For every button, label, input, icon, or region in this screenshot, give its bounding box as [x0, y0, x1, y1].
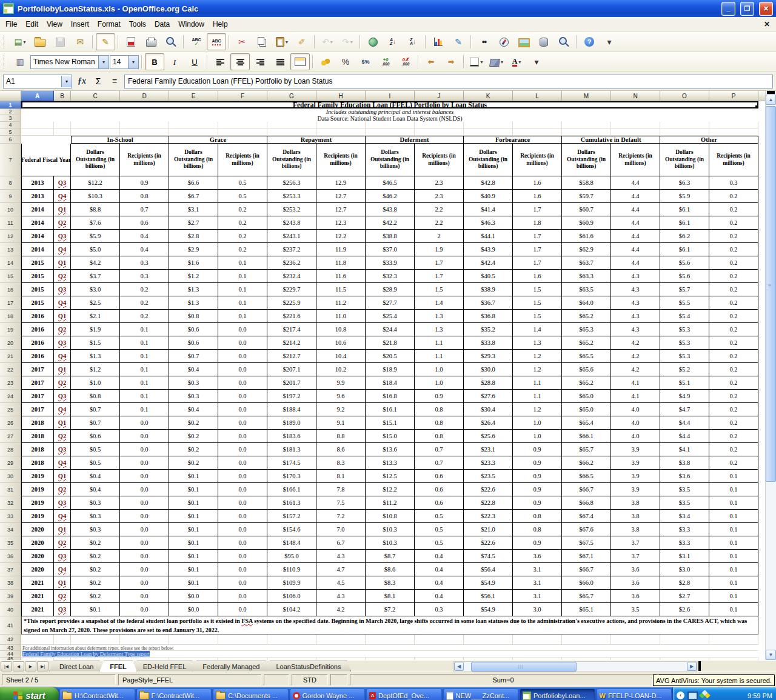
data-cell[interactable]: 0.2	[709, 230, 758, 243]
data-cell[interactable]: 12.2	[316, 230, 366, 243]
data-cell[interactable]: $0.2	[169, 456, 218, 470]
empty-cell[interactable]	[415, 128, 464, 136]
quarter-cell[interactable]: Q2	[54, 323, 71, 336]
data-cell[interactable]: 1.7	[415, 256, 464, 270]
data-cell[interactable]: $170.3	[267, 470, 316, 483]
data-cell[interactable]: 4.0	[611, 430, 660, 443]
data-cell[interactable]: $2.9	[169, 243, 218, 256]
data-cell[interactable]: 0.1	[709, 510, 758, 523]
data-cell[interactable]: $6.2	[660, 230, 709, 243]
year-cell[interactable]: 2014	[21, 243, 54, 256]
row-header-20[interactable]: 20	[0, 336, 21, 350]
data-cell[interactable]: 11.9	[316, 243, 366, 256]
data-cell[interactable]: $60.9	[562, 216, 611, 230]
data-cell[interactable]: 1.0	[513, 430, 562, 443]
data-cell[interactable]: $0.8	[169, 310, 218, 323]
row-header-25[interactable]: 25	[0, 403, 21, 416]
data-cell[interactable]: 3.7	[611, 550, 660, 563]
column-header-M[interactable]: M	[562, 91, 611, 101]
year-cell[interactable]: 2018	[21, 456, 54, 470]
data-cell[interactable]: $106.0	[267, 590, 316, 603]
data-cell[interactable]: $21.8	[366, 336, 415, 350]
align-left-button[interactable]	[210, 53, 230, 70]
data-cell[interactable]: $27.6	[464, 390, 513, 403]
data-cell[interactable]: 12.3	[316, 216, 366, 230]
data-cell[interactable]: $3.4	[660, 510, 709, 523]
data-cell[interactable]: $65.2	[562, 310, 611, 323]
formula-input[interactable]: Federal Family Education Loan (FFEL) Por…	[124, 75, 773, 88]
empty-cell[interactable]	[366, 122, 415, 128]
data-cell[interactable]: 0.9	[513, 536, 562, 550]
data-cell[interactable]: $110.9	[267, 563, 316, 576]
data-cell[interactable]: 2	[415, 230, 464, 243]
row-header-35[interactable]: 35	[0, 536, 21, 550]
row-header-4[interactable]: 4	[0, 122, 21, 128]
data-cell[interactable]: $1.3	[169, 296, 218, 310]
data-cell[interactable]: 1.3	[513, 336, 562, 350]
minimize-button[interactable]: _	[721, 2, 735, 16]
row-header-10[interactable]: 10	[0, 203, 21, 216]
data-cell[interactable]: 0.1	[709, 550, 758, 563]
quarter-cell[interactable]: Q4	[54, 190, 71, 203]
row-header-37[interactable]: 37	[0, 563, 21, 576]
data-cell[interactable]: $65.0	[562, 390, 611, 403]
data-cell[interactable]: $62.9	[562, 243, 611, 256]
row-header-23[interactable]: 23	[0, 376, 21, 390]
data-cell[interactable]: $59.7	[562, 190, 611, 203]
data-cell[interactable]: $0.2	[71, 590, 120, 603]
data-cell[interactable]: $16.1	[366, 403, 415, 416]
data-cell[interactable]: $225.9	[267, 296, 316, 310]
row-header-30[interactable]: 30	[0, 470, 21, 483]
data-cell[interactable]: $32.3	[366, 270, 415, 283]
year-cell[interactable]: 2020	[21, 536, 54, 550]
data-cell[interactable]: 0.0	[218, 603, 267, 616]
empty-cell[interactable]	[21, 635, 54, 645]
row-header-1[interactable]: 1	[0, 101, 21, 108]
data-cell[interactable]: 2.3	[415, 190, 464, 203]
font-color-button-dropdown[interactable]: ▾	[518, 59, 521, 65]
data-cell[interactable]: $183.6	[267, 430, 316, 443]
data-cell[interactable]: 1.7	[513, 256, 562, 270]
empty-cell[interactable]	[611, 122, 660, 128]
empty-cell[interactable]	[464, 635, 513, 645]
row-header-32[interactable]: 32	[0, 496, 21, 510]
data-cell[interactable]: 0.2	[709, 363, 758, 376]
data-cell[interactable]: $0.3	[71, 510, 120, 523]
data-cell[interactable]: $5.6	[660, 256, 709, 270]
data-cell[interactable]: 1.1	[513, 376, 562, 390]
group-header-cell[interactable]: Grace	[169, 136, 267, 144]
data-cell[interactable]: $42.8	[464, 176, 513, 190]
data-cell[interactable]: 0.0	[218, 510, 267, 523]
data-cell[interactable]: 4.4	[611, 190, 660, 203]
year-cell[interactable]: 2019	[21, 510, 54, 523]
group-header-cell[interactable]: Deferment	[366, 136, 464, 144]
data-cell[interactable]: 0.0	[120, 536, 169, 550]
tab-loanstatusdefinitions[interactable]: LoanStatusDefinitions	[266, 661, 351, 672]
data-cell[interactable]: 0.5	[218, 190, 267, 203]
menu-format[interactable]: Format	[93, 18, 125, 30]
data-cell[interactable]: $6.7	[169, 190, 218, 203]
data-cell[interactable]: $3.8	[660, 456, 709, 470]
data-cell[interactable]: 0.0	[218, 470, 267, 483]
data-cell[interactable]: 0.9	[513, 456, 562, 470]
quarter-cell[interactable]: Q3	[54, 443, 71, 456]
menu-view[interactable]: View	[42, 18, 67, 30]
data-cell[interactable]: 0.1	[218, 256, 267, 270]
data-cell[interactable]: $16.8	[366, 390, 415, 403]
row-header-40[interactable]: 40	[0, 603, 21, 616]
data-cell[interactable]: $1.6	[169, 256, 218, 270]
data-cell[interactable]: 7.2	[316, 510, 366, 523]
data-cell[interactable]: 0.1	[709, 536, 758, 550]
data-source-cell[interactable]: Data Source: National Student Loan Data …	[21, 115, 758, 122]
data-cell[interactable]: 4.4	[611, 256, 660, 270]
data-cell[interactable]: $1.2	[71, 363, 120, 376]
tab-nav-icon-2[interactable]: ▶	[25, 661, 36, 672]
data-cell[interactable]: 1.1	[415, 350, 464, 363]
data-cell[interactable]: 0.2	[218, 203, 267, 216]
data-cell[interactable]: 1.7	[415, 270, 464, 283]
tab-nav-icon-1[interactable]: ◀	[13, 661, 24, 672]
group-header-cell[interactable]: Forbearance	[464, 136, 562, 144]
data-cell[interactable]: 0.0	[120, 416, 169, 430]
undo-icon[interactable]: ↶▾	[318, 33, 337, 50]
data-cell[interactable]: $0.1	[169, 510, 218, 523]
